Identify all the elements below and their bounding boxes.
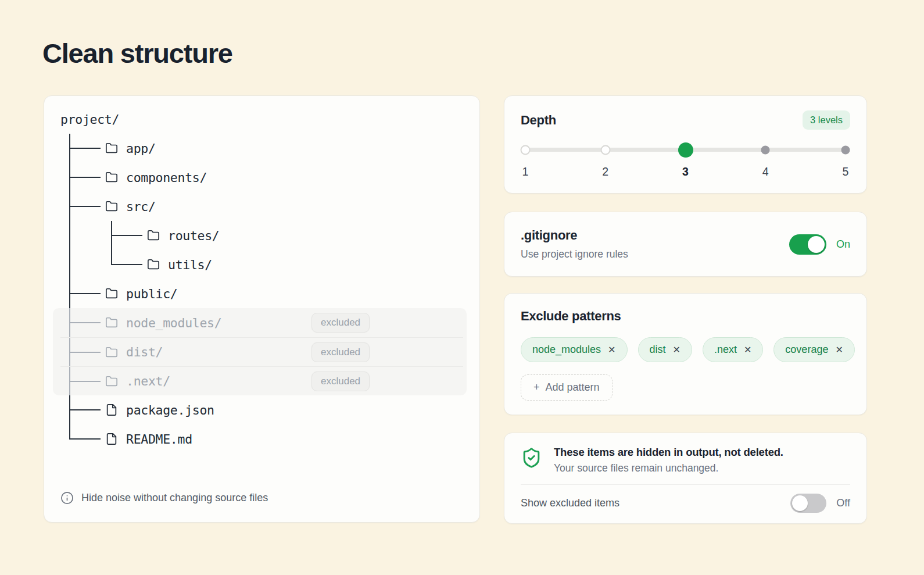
pattern-chip-next[interactable]: .next✕ [703, 337, 763, 362]
file-tree: project/app/components/src/routes/utils/… [60, 105, 463, 453]
tree-connector-line [60, 279, 101, 308]
page-title: Clean structure [42, 37, 924, 69]
pattern-chip-label: .next [714, 344, 737, 356]
excluded-badge: excluded [311, 372, 370, 391]
exclude-patterns-card: Exclude patterns node_modules✕dist✕.next… [504, 293, 867, 415]
toggle-knob [792, 495, 808, 511]
folder-icon [105, 142, 118, 155]
tree-guide-line [60, 250, 102, 279]
show-excluded-label: Show excluded items [521, 497, 619, 509]
remove-pattern-icon[interactable]: ✕ [835, 345, 843, 355]
file-icon [105, 433, 118, 445]
show-excluded-toggle[interactable] [790, 494, 826, 513]
plus-icon: + [533, 381, 540, 394]
pattern-chip-label: node_modules [532, 344, 601, 356]
depth-stop-1[interactable] [521, 145, 531, 155]
remove-pattern-icon[interactable]: ✕ [744, 345, 751, 355]
folder-icon [105, 287, 118, 300]
notice-line1: These items are hidden in output, not de… [554, 446, 783, 459]
notice-card: These items are hidden in output, not de… [504, 433, 867, 524]
tree-footer: Hide noise without changing source files [60, 491, 463, 509]
tree-connector-line [60, 192, 101, 221]
depth-slider[interactable] [525, 142, 846, 158]
tree-row-project: project/ [60, 105, 463, 134]
tree-connector-line [60, 308, 101, 337]
tree-item-label: .next/ [126, 374, 170, 388]
pattern-chip-dist[interactable]: dist✕ [638, 337, 692, 362]
tree-item-label: public/ [126, 287, 178, 301]
toggle-knob [808, 236, 825, 253]
tree-item-label: components/ [126, 170, 207, 185]
tree-connector-line [102, 221, 142, 250]
tree-item-label: src/ [126, 199, 156, 214]
tree-footer-text: Hide noise without changing source files [81, 492, 268, 504]
tree-connector-line [60, 424, 101, 453]
add-pattern-button[interactable]: + Add pattern [521, 374, 613, 401]
excluded-group: node_modules/excludeddist/excluded.next/… [53, 308, 467, 395]
depth-tick-label-1: 1 [522, 165, 529, 178]
tree-connector-line [60, 134, 101, 163]
pattern-chip-label: coverage [785, 344, 828, 356]
file-icon [105, 403, 118, 416]
folder-icon [105, 375, 118, 388]
show-excluded-state-label: Off [836, 497, 850, 509]
depth-stop-3[interactable] [678, 142, 693, 158]
tree-root-label: project/ [60, 112, 119, 127]
add-pattern-label: Add pattern [546, 381, 600, 394]
gitignore-state-label: On [836, 238, 850, 251]
depth-tick-label-4: 4 [762, 165, 769, 178]
depth-tick-label-5: 5 [843, 165, 849, 178]
tree-row-src[interactable]: src/ [60, 192, 463, 221]
tree-row-public[interactable]: public/ [60, 279, 463, 308]
tree-item-label: README.md [126, 432, 192, 447]
divider [521, 484, 850, 485]
tree-row-next[interactable]: .next/excluded [60, 366, 463, 395]
tree-row-readme-md[interactable]: README.md [60, 424, 463, 453]
pattern-chip-node-modules[interactable]: node_modules✕ [521, 337, 628, 362]
folder-icon [105, 171, 118, 184]
info-icon [60, 491, 74, 505]
pattern-chip-coverage[interactable]: coverage✕ [773, 337, 854, 362]
tree-connector-line [60, 395, 101, 424]
depth-title: Depth [521, 113, 556, 128]
gitignore-card: .gitignore Use project ignore rules On [504, 212, 867, 277]
remove-pattern-icon[interactable]: ✕ [673, 345, 681, 355]
depth-stop-4[interactable] [761, 145, 770, 154]
depth-stop-5[interactable] [841, 145, 850, 154]
tree-row-dist[interactable]: dist/excluded [60, 337, 463, 366]
folder-icon [147, 258, 160, 271]
folder-icon [105, 200, 118, 213]
tree-row-app[interactable]: app/ [60, 134, 463, 163]
tree-row-utils[interactable]: utils/ [60, 250, 463, 279]
tree-connector-line [60, 367, 101, 395]
tree-item-label: routes/ [168, 228, 220, 243]
depth-card: Depth 3 levels 12345 [504, 95, 867, 194]
tree-connector-line [102, 250, 142, 279]
tree-item-label: package.json [126, 403, 214, 417]
tree-item-label: app/ [126, 141, 156, 156]
folder-icon [105, 316, 118, 329]
depth-level-badge: 3 levels [803, 110, 850, 130]
gitignore-toggle[interactable] [789, 234, 826, 255]
gitignore-subtitle: Use project ignore rules [521, 248, 628, 260]
file-tree-panel: project/app/components/src/routes/utils/… [44, 95, 480, 523]
folder-icon [105, 346, 118, 359]
tree-row-routes[interactable]: routes/ [60, 221, 463, 250]
tree-row-components[interactable]: components/ [60, 163, 463, 192]
remove-pattern-icon[interactable]: ✕ [608, 345, 615, 355]
shield-check-icon [521, 447, 542, 469]
tree-row-node-modules[interactable]: node_modules/excluded [60, 308, 463, 337]
pattern-chip-label: dist [650, 344, 666, 356]
tree-row-package-json[interactable]: package.json [60, 395, 463, 424]
depth-stop-2[interactable] [600, 145, 610, 155]
tree-connector-line [60, 163, 101, 192]
pattern-chips: node_modules✕dist✕.next✕coverage✕ [521, 337, 850, 362]
tree-item-label: node_modules/ [126, 316, 221, 330]
excluded-badge: excluded [311, 313, 370, 333]
depth-tick-label-3: 3 [682, 165, 689, 178]
tree-item-label: utils/ [168, 258, 212, 272]
depth-tick-label-2: 2 [602, 165, 608, 178]
settings-column: Depth 3 levels 12345 .gitignore Use proj… [504, 95, 867, 524]
main-layout: project/app/components/src/routes/utils/… [44, 95, 880, 524]
tree-item-label: dist/ [126, 345, 163, 359]
